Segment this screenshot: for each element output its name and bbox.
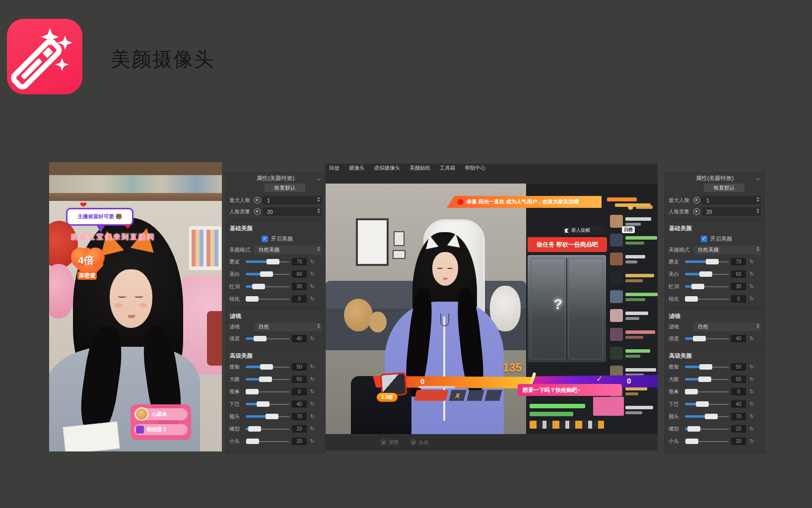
slider-track[interactable]	[685, 377, 729, 382]
slider-handle[interactable]	[267, 259, 279, 264]
slider-handle[interactable]	[693, 336, 706, 341]
slider-track[interactable]	[246, 271, 289, 277]
dropdown-select[interactable]: 自然	[694, 322, 761, 331]
slider-reset-icon[interactable]: ↻	[309, 426, 316, 432]
number-input[interactable]: 20	[263, 207, 322, 216]
slider-handle[interactable]	[698, 377, 711, 382]
checkbox-checked-icon[interactable]: ✓	[701, 236, 707, 242]
slider-handle[interactable]	[705, 414, 718, 419]
slider-handle[interactable]	[691, 284, 704, 289]
stepper-icon[interactable]	[317, 208, 320, 213]
dropdown-select[interactable]: 自然美颜	[694, 246, 761, 254]
menu-item-0[interactable]: 回放	[329, 165, 339, 172]
slider-reset-icon[interactable]: ↻	[748, 258, 755, 265]
number-input[interactable]: 1	[263, 196, 322, 204]
slider-track[interactable]	[246, 401, 289, 407]
menu-item-1[interactable]: 摄像头	[349, 165, 365, 172]
slider-track[interactable]	[685, 296, 729, 302]
slider-handle[interactable]	[246, 296, 259, 302]
number-input[interactable]: 20	[702, 207, 761, 216]
rank-pill[interactable]: 日榜	[622, 226, 635, 233]
slider-reset-icon[interactable]: ↻	[309, 296, 316, 302]
slider-handle[interactable]	[699, 271, 712, 277]
slider-reset-icon[interactable]: ↻	[748, 388, 755, 395]
stepper-icon[interactable]	[756, 208, 759, 213]
fan-card[interactable]: 心愿单 粉丝团 3	[131, 404, 191, 440]
slider-reset-icon[interactable]: ↻	[748, 438, 755, 444]
slider-reset-icon[interactable]: ↻	[748, 401, 755, 407]
slider-handle[interactable]	[246, 439, 259, 444]
slider-track[interactable]	[685, 414, 729, 420]
stepper-icon[interactable]	[756, 323, 759, 328]
slider-reset-icon[interactable]: ↻	[748, 426, 755, 432]
slider-handle[interactable]	[685, 389, 698, 394]
slider-track[interactable]	[246, 426, 289, 432]
slider-reset-icon[interactable]: ↻	[309, 271, 316, 277]
slider-track[interactable]	[685, 259, 729, 265]
slider-handle[interactable]	[259, 377, 272, 382]
slider-track[interactable]	[685, 401, 729, 407]
slider-handle[interactable]	[254, 336, 267, 341]
slider-handle[interactable]	[248, 426, 261, 432]
slider-reset-icon[interactable]: ↻	[748, 376, 755, 382]
slider-reset-icon[interactable]: ↻	[309, 258, 316, 265]
menu-item-5[interactable]: 帮助中心	[465, 165, 486, 172]
stepper-icon[interactable]	[317, 247, 320, 252]
app-icon[interactable]	[7, 19, 82, 94]
slider-handle[interactable]	[685, 296, 698, 302]
slider-reset-icon[interactable]: ↻	[748, 335, 755, 342]
slider-reset-icon[interactable]: ↻	[309, 376, 316, 382]
slider-handle[interactable]	[696, 401, 709, 407]
slider-handle[interactable]	[685, 439, 698, 444]
slider-reset-icon[interactable]: ↻	[748, 283, 755, 290]
slider-track[interactable]	[246, 389, 289, 395]
menu-item-2[interactable]: 虚拟摄像头	[374, 165, 401, 172]
slider-handle[interactable]	[246, 389, 259, 394]
slider-handle[interactable]	[687, 426, 700, 432]
dropdown-select[interactable]: 自然	[255, 322, 322, 331]
reset-defaults-button[interactable]: 恢复默认	[704, 184, 744, 192]
stepper-icon[interactable]	[756, 197, 759, 202]
original-toggle[interactable]: 原图	[381, 439, 399, 446]
slider-track[interactable]	[685, 426, 729, 432]
composite-toggle[interactable]: 合成	[410, 439, 428, 446]
slider-reset-icon[interactable]: ↻	[309, 438, 316, 444]
slider-handle[interactable]	[699, 364, 712, 370]
slider-reset-icon[interactable]: ↻	[309, 364, 316, 370]
slider-track[interactable]	[685, 364, 729, 370]
checkbox-checked-icon[interactable]: ✓	[262, 236, 268, 242]
dropdown-select[interactable]: 自然美颜	[255, 246, 322, 254]
slider-track[interactable]	[685, 271, 729, 277]
slider-track[interactable]	[246, 439, 289, 444]
slider-handle[interactable]	[260, 364, 273, 370]
slider-handle[interactable]	[266, 414, 278, 419]
slider-track[interactable]	[685, 284, 729, 290]
stepper-icon[interactable]	[317, 323, 320, 328]
slider-handle[interactable]	[260, 271, 273, 277]
collapse-chevron-icon[interactable]	[317, 177, 321, 181]
slider-track[interactable]	[246, 336, 289, 342]
slider-track[interactable]	[246, 414, 289, 420]
stepper-icon[interactable]	[756, 247, 759, 252]
slider-track[interactable]	[246, 284, 289, 290]
menu-item-3[interactable]: 美颜贴纸	[409, 165, 430, 172]
task-banner[interactable]: 做任务 帮砍一份商品吧	[528, 237, 607, 252]
slider-reset-icon[interactable]: ↻	[748, 364, 755, 370]
slider-reset-icon[interactable]: ↻	[748, 296, 755, 302]
slider-reset-icon[interactable]: ↻	[309, 283, 316, 290]
slider-handle[interactable]	[252, 284, 265, 289]
slider-track[interactable]	[246, 259, 289, 265]
slider-handle[interactable]	[706, 259, 719, 264]
collapse-chevron-icon[interactable]	[756, 177, 760, 181]
slider-track[interactable]	[685, 389, 729, 395]
slider-track[interactable]	[246, 296, 289, 302]
stepper-icon[interactable]	[317, 197, 320, 202]
slider-reset-icon[interactable]: ↻	[309, 401, 316, 407]
slider-track[interactable]	[246, 377, 289, 382]
slider-track[interactable]	[685, 336, 729, 342]
slider-track[interactable]	[246, 364, 289, 370]
slider-reset-icon[interactable]: ↻	[309, 335, 316, 342]
slider-handle[interactable]	[257, 401, 270, 407]
slider-reset-icon[interactable]: ↻	[309, 388, 316, 395]
number-input[interactable]: 1	[702, 196, 761, 204]
